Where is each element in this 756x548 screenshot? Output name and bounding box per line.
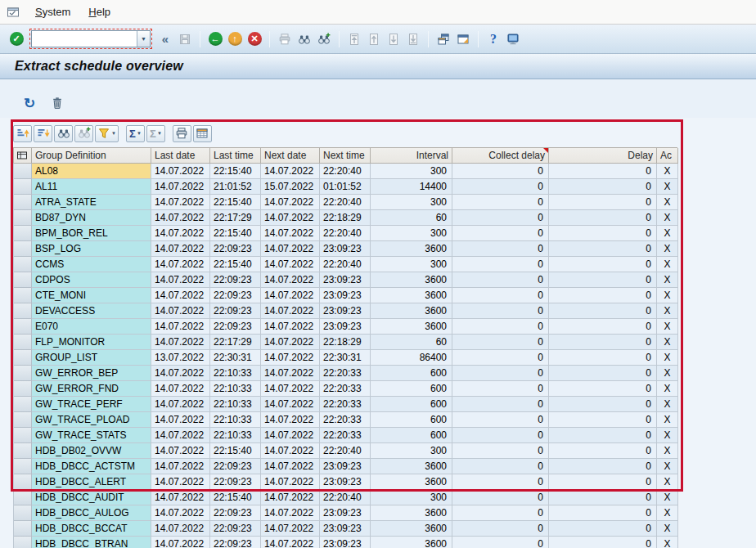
cell-delay[interactable]: 0 xyxy=(549,366,657,381)
table-row[interactable]: BSP_LOG14.07.202222:09:2314.07.202223:09… xyxy=(14,241,677,257)
cell-collect-delay[interactable]: 0 xyxy=(452,412,549,428)
table-row[interactable]: FLP_MONITOR14.07.202222:17:2914.07.20222… xyxy=(14,335,677,350)
cell-active[interactable]: X xyxy=(657,335,678,350)
cell-active[interactable]: X xyxy=(657,397,678,412)
cell-delay[interactable]: 0 xyxy=(549,210,657,226)
cell-group-definition[interactable]: HDB_DBCC_BTRAN xyxy=(32,537,151,548)
cell-next-time[interactable]: 22:20:33 xyxy=(320,428,371,443)
cell-active[interactable]: X xyxy=(657,226,678,241)
row-select-cell[interactable] xyxy=(14,537,32,548)
cell-delay[interactable]: 0 xyxy=(549,490,657,505)
cell-interval[interactable]: 600 xyxy=(371,397,452,412)
cell-interval[interactable]: 600 xyxy=(371,381,452,397)
cell-delay[interactable]: 0 xyxy=(549,179,657,195)
cell-active[interactable]: X xyxy=(657,490,678,505)
menu-system[interactable]: System xyxy=(26,3,79,20)
cell-delay[interactable]: 0 xyxy=(549,443,657,459)
cell-next-time[interactable]: 23:09:23 xyxy=(320,288,371,303)
grid-sort-ascending-button[interactable] xyxy=(13,125,32,142)
cell-next-date[interactable]: 15.07.2022 xyxy=(261,179,320,195)
cell-next-date[interactable]: 14.07.2022 xyxy=(261,428,320,443)
cell-delay[interactable]: 0 xyxy=(549,257,657,272)
cell-last-date[interactable]: 14.07.2022 xyxy=(151,474,210,490)
col-header-delay[interactable]: Delay xyxy=(549,148,657,164)
cell-active[interactable]: X xyxy=(657,459,678,474)
cell-next-time[interactable]: 01:01:52 xyxy=(320,179,371,195)
row-select-cell[interactable] xyxy=(14,226,32,241)
cell-last-date[interactable]: 14.07.2022 xyxy=(151,335,210,350)
cell-interval[interactable]: 600 xyxy=(371,412,452,428)
cell-collect-delay[interactable]: 0 xyxy=(452,428,549,443)
cell-active[interactable]: X xyxy=(657,303,678,319)
row-select-cell[interactable] xyxy=(14,257,32,272)
cell-next-time[interactable]: 22:30:31 xyxy=(320,350,371,366)
cell-last-date[interactable]: 14.07.2022 xyxy=(151,505,210,521)
table-row[interactable]: HDB_DBCC_ACTSTM14.07.202222:09:2314.07.2… xyxy=(14,459,677,474)
delete-button[interactable] xyxy=(49,96,65,110)
cell-collect-delay[interactable]: 0 xyxy=(452,381,549,397)
cell-last-time[interactable]: 22:17:29 xyxy=(210,210,261,226)
cell-last-time[interactable]: 22:15:40 xyxy=(210,490,261,505)
cell-delay[interactable]: 0 xyxy=(549,537,657,548)
table-row[interactable]: HDB_DBCC_ALERT14.07.202222:09:2314.07.20… xyxy=(14,474,677,490)
cell-active[interactable]: X xyxy=(657,288,678,303)
cell-interval[interactable]: 3600 xyxy=(371,521,452,537)
cell-next-time[interactable]: 22:20:33 xyxy=(320,397,371,412)
row-select-cell[interactable] xyxy=(14,319,32,335)
cell-interval[interactable]: 3600 xyxy=(371,505,452,521)
grid-find-next-button[interactable] xyxy=(74,125,93,142)
cell-last-date[interactable]: 14.07.2022 xyxy=(151,179,210,195)
cell-last-date[interactable]: 14.07.2022 xyxy=(151,241,210,257)
refresh-button[interactable]: ↻ xyxy=(21,96,38,110)
cell-next-time[interactable]: 22:20:33 xyxy=(320,412,371,428)
cell-last-date[interactable]: 14.07.2022 xyxy=(151,288,210,303)
table-row[interactable]: E07014.07.202222:09:2314.07.202223:09:23… xyxy=(14,319,677,335)
print-button[interactable] xyxy=(276,30,294,48)
cell-group-definition[interactable]: AL11 xyxy=(32,179,151,195)
help-button[interactable]: ? xyxy=(484,30,502,48)
grid-sort-descending-button[interactable] xyxy=(34,125,52,142)
table-row[interactable]: GW_TRACE_STATS14.07.202222:10:3314.07.20… xyxy=(14,428,677,443)
cell-last-date[interactable]: 14.07.2022 xyxy=(151,366,210,381)
cell-interval[interactable]: 300 xyxy=(371,164,452,179)
cell-active[interactable]: X xyxy=(657,319,678,335)
cell-last-date[interactable]: 14.07.2022 xyxy=(151,412,210,428)
cell-last-date[interactable]: 14.07.2022 xyxy=(151,490,210,505)
cell-interval[interactable]: 3600 xyxy=(371,288,452,303)
cell-next-time[interactable]: 22:20:40 xyxy=(320,443,371,459)
cell-next-date[interactable]: 14.07.2022 xyxy=(261,335,320,350)
cell-collect-delay[interactable]: 0 xyxy=(452,319,549,335)
cell-group-definition[interactable]: HDB_DBCC_AUDIT xyxy=(32,490,151,505)
cell-collect-delay[interactable]: 0 xyxy=(452,537,549,548)
cell-interval[interactable]: 3600 xyxy=(371,303,452,319)
cell-interval[interactable]: 300 xyxy=(371,195,452,210)
col-header-collect-delay[interactable]: Collect delay xyxy=(452,148,549,164)
cell-last-time[interactable]: 22:09:23 xyxy=(210,537,261,548)
row-select-cell[interactable] xyxy=(14,241,32,257)
cell-active[interactable]: X xyxy=(657,179,678,195)
cell-active[interactable]: X xyxy=(657,505,678,521)
cell-last-date[interactable]: 14.07.2022 xyxy=(151,257,210,272)
cell-collect-delay[interactable]: 0 xyxy=(452,164,549,179)
grid-views-button[interactable] xyxy=(193,125,212,142)
cell-group-definition[interactable]: GROUP_LIST xyxy=(32,350,151,366)
cell-next-time[interactable]: 23:09:23 xyxy=(320,537,371,548)
cell-delay[interactable]: 0 xyxy=(549,381,657,397)
cell-delay[interactable]: 0 xyxy=(549,226,657,241)
cell-last-time[interactable]: 22:09:23 xyxy=(210,303,261,319)
table-row[interactable]: GW_TRACE_PLOAD14.07.202222:10:3314.07.20… xyxy=(14,412,677,428)
row-select-cell[interactable] xyxy=(14,164,32,179)
cell-next-date[interactable]: 14.07.2022 xyxy=(261,474,320,490)
cell-interval[interactable]: 60 xyxy=(371,210,452,226)
cell-delay[interactable]: 0 xyxy=(549,241,657,257)
row-select-cell[interactable] xyxy=(14,350,32,366)
cell-next-time[interactable]: 22:20:40 xyxy=(320,195,371,210)
cell-active[interactable]: X xyxy=(657,210,678,226)
cell-active[interactable]: X xyxy=(657,428,678,443)
cell-next-time[interactable]: 23:09:23 xyxy=(320,319,371,335)
col-header-last-time[interactable]: Last time xyxy=(210,148,261,164)
cell-group-definition[interactable]: BPM_BOR_REL xyxy=(32,226,151,241)
cell-next-date[interactable]: 14.07.2022 xyxy=(261,272,320,288)
cell-last-time[interactable]: 22:09:23 xyxy=(210,319,261,335)
cell-interval[interactable]: 600 xyxy=(371,428,452,443)
